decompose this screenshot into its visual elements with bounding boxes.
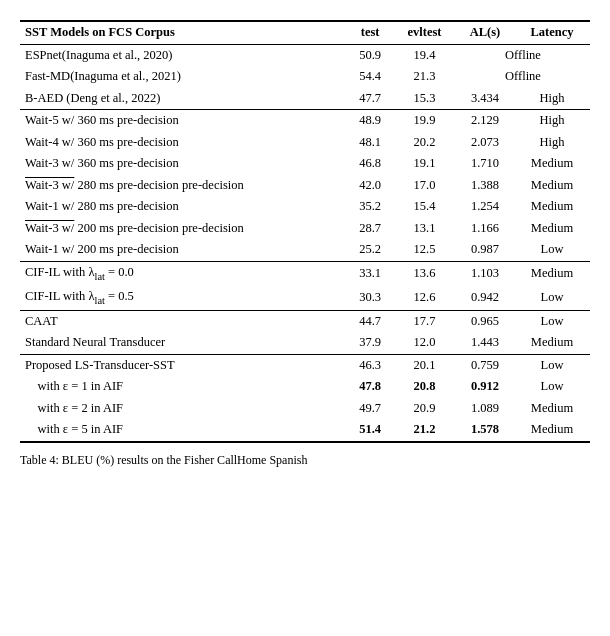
col-test: test bbox=[347, 21, 393, 44]
evltest-score: 20.1 bbox=[393, 354, 456, 376]
col-evltest: evltest bbox=[393, 21, 456, 44]
latency-label: High bbox=[514, 110, 590, 132]
al-score: 0.759 bbox=[456, 354, 514, 376]
table-row: Wait-4 w/ 360 ms pre-decision48.120.22.0… bbox=[20, 132, 590, 154]
model-name: Wait-4 w/ 360 ms pre-decision bbox=[20, 132, 347, 154]
col-al: AL(s) bbox=[456, 21, 514, 44]
evltest-score: 12.0 bbox=[393, 332, 456, 354]
evltest-score: 17.7 bbox=[393, 310, 456, 332]
evltest-score: 20.8 bbox=[393, 376, 456, 398]
test-score: 44.7 bbox=[347, 310, 393, 332]
latency-label: Low bbox=[514, 354, 590, 376]
evltest-score: 20.2 bbox=[393, 132, 456, 154]
model-name: with ε = 1 in AIF bbox=[20, 376, 347, 398]
table-row: Wait-5 w/ 360 ms pre-decision48.919.92.1… bbox=[20, 110, 590, 132]
test-score: 48.1 bbox=[347, 132, 393, 154]
latency-label: Medium bbox=[514, 419, 590, 442]
table-row: ESPnet(Inaguma et al., 2020)50.919.4Offl… bbox=[20, 44, 590, 66]
model-name: Standard Neural Transducer bbox=[20, 332, 347, 354]
evltest-score: 19.4 bbox=[393, 44, 456, 66]
model-name: CAAT bbox=[20, 310, 347, 332]
main-container: SST Models on FCS Corpus test evltest AL… bbox=[20, 20, 590, 469]
test-score: 28.7 bbox=[347, 218, 393, 240]
al-score: 1.103 bbox=[456, 261, 514, 286]
model-name: Wait-1 w/ 280 ms pre-decision bbox=[20, 196, 347, 218]
al-score: 0.987 bbox=[456, 239, 514, 261]
col-latency: Latency bbox=[514, 21, 590, 44]
evltest-score: 21.3 bbox=[393, 66, 456, 88]
evltest-score: 13.1 bbox=[393, 218, 456, 240]
model-name: B-AED (Deng et al., 2022) bbox=[20, 88, 347, 110]
table-caption: Table 4: BLEU (%) results on the Fisher … bbox=[20, 451, 590, 469]
col-model: SST Models on FCS Corpus bbox=[20, 21, 347, 44]
model-name: Wait-3 w/ 280 ms pre-decision pre-decisi… bbox=[20, 175, 347, 197]
table-row: Wait-1 w/ 280 ms pre-decision35.215.41.2… bbox=[20, 196, 590, 218]
test-score: 47.8 bbox=[347, 376, 393, 398]
latency-label: Medium bbox=[514, 261, 590, 286]
model-name: Wait-1 w/ 200 ms pre-decision bbox=[20, 239, 347, 261]
model-name: Wait-3 w/ 200 ms pre-decision pre-decisi… bbox=[20, 218, 347, 240]
test-score: 49.7 bbox=[347, 398, 393, 420]
model-name: with ε = 5 in AIF bbox=[20, 419, 347, 442]
evltest-score: 20.9 bbox=[393, 398, 456, 420]
table-row: Wait-3 w/ 200 ms pre-decision pre-decisi… bbox=[20, 218, 590, 240]
test-score: 50.9 bbox=[347, 44, 393, 66]
latency-label: Medium bbox=[514, 175, 590, 197]
table-row: Fast-MD(Inaguma et al., 2021)54.421.3Off… bbox=[20, 66, 590, 88]
evltest-score: 12.6 bbox=[393, 286, 456, 311]
table-row: Standard Neural Transducer37.912.01.443M… bbox=[20, 332, 590, 354]
latency-label: Low bbox=[514, 310, 590, 332]
test-score: 46.8 bbox=[347, 153, 393, 175]
latency-label: Medium bbox=[514, 218, 590, 240]
test-score: 33.1 bbox=[347, 261, 393, 286]
test-score: 30.3 bbox=[347, 286, 393, 311]
al-score: 0.912 bbox=[456, 376, 514, 398]
model-name: ESPnet(Inaguma et al., 2020) bbox=[20, 44, 347, 66]
al-score: 1.710 bbox=[456, 153, 514, 175]
latency-label: Low bbox=[514, 376, 590, 398]
evltest-score: 17.0 bbox=[393, 175, 456, 197]
al-score: 1.443 bbox=[456, 332, 514, 354]
table-row: CIF-IL with λlat = 0.033.113.61.103Mediu… bbox=[20, 261, 590, 286]
latency-label: Medium bbox=[514, 153, 590, 175]
latency-label: Medium bbox=[514, 196, 590, 218]
table-row: with ε = 5 in AIF51.421.21.578Medium bbox=[20, 419, 590, 442]
table-row: with ε = 1 in AIF47.820.80.912Low bbox=[20, 376, 590, 398]
model-name: with ε = 2 in AIF bbox=[20, 398, 347, 420]
test-score: 46.3 bbox=[347, 354, 393, 376]
latency-label: Medium bbox=[514, 332, 590, 354]
table-row: Wait-1 w/ 200 ms pre-decision25.212.50.9… bbox=[20, 239, 590, 261]
test-score: 51.4 bbox=[347, 419, 393, 442]
table-row: B-AED (Deng et al., 2022)47.715.33.434Hi… bbox=[20, 88, 590, 110]
table-row: CIF-IL with λlat = 0.530.312.60.942Low bbox=[20, 286, 590, 311]
model-name: Wait-5 w/ 360 ms pre-decision bbox=[20, 110, 347, 132]
evltest-score: 19.9 bbox=[393, 110, 456, 132]
al-score: 1.166 bbox=[456, 218, 514, 240]
al-score: 1.578 bbox=[456, 419, 514, 442]
model-name: Wait-3 w/ 360 ms pre-decision bbox=[20, 153, 347, 175]
table-row: with ε = 2 in AIF49.720.91.089Medium bbox=[20, 398, 590, 420]
evltest-score: 15.3 bbox=[393, 88, 456, 110]
test-score: 47.7 bbox=[347, 88, 393, 110]
latency-label: Low bbox=[514, 239, 590, 261]
table-header: SST Models on FCS Corpus test evltest AL… bbox=[20, 21, 590, 44]
al-score: 0.965 bbox=[456, 310, 514, 332]
model-name: CIF-IL with λlat = 0.5 bbox=[20, 286, 347, 311]
al-score: 2.129 bbox=[456, 110, 514, 132]
test-score: 37.9 bbox=[347, 332, 393, 354]
al-score: 2.073 bbox=[456, 132, 514, 154]
latency-label: Medium bbox=[514, 398, 590, 420]
evltest-score: 15.4 bbox=[393, 196, 456, 218]
al-score: 1.254 bbox=[456, 196, 514, 218]
table-row: Wait-3 w/ 360 ms pre-decision46.819.11.7… bbox=[20, 153, 590, 175]
test-score: 42.0 bbox=[347, 175, 393, 197]
evltest-score: 12.5 bbox=[393, 239, 456, 261]
table-row: CAAT44.717.70.965Low bbox=[20, 310, 590, 332]
al-score: 3.434 bbox=[456, 88, 514, 110]
al-score: Offline bbox=[456, 66, 590, 88]
latency-label: High bbox=[514, 88, 590, 110]
test-score: 48.9 bbox=[347, 110, 393, 132]
al-score: 0.942 bbox=[456, 286, 514, 311]
latency-label: High bbox=[514, 132, 590, 154]
test-score: 54.4 bbox=[347, 66, 393, 88]
